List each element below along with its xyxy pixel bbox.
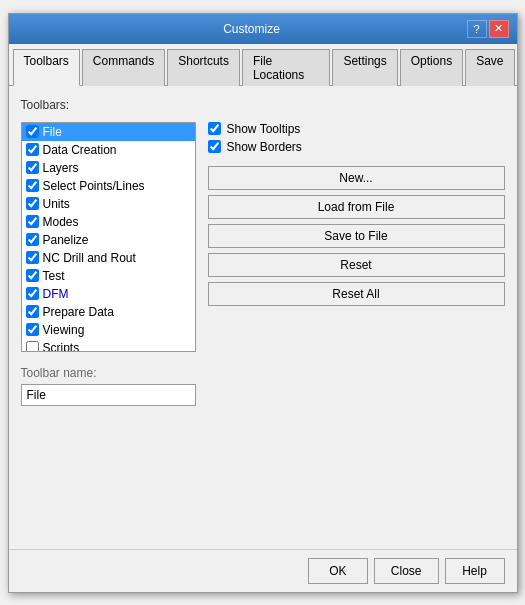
toolbar-item-label: NC Drill and Rout: [43, 251, 136, 265]
toolbar-checkbox-viewing[interactable]: [26, 323, 39, 336]
toolbar-checkbox-scripts[interactable]: [26, 341, 39, 352]
toolbar-name-section: Toolbar name:: [21, 366, 196, 406]
list-item[interactable]: Units: [22, 195, 195, 213]
toolbar-item-label: Viewing: [43, 323, 85, 337]
toolbar-item-label: Panelize: [43, 233, 89, 247]
toolbar-checkbox-nc-drill[interactable]: [26, 251, 39, 264]
list-item[interactable]: Panelize: [22, 231, 195, 249]
close-title-button[interactable]: ✕: [489, 20, 509, 38]
toolbar-item-label: DFM: [43, 287, 69, 301]
new-button[interactable]: New...: [208, 166, 505, 190]
right-panel: Show Tooltips Show Borders New... Load f…: [208, 122, 505, 537]
tab-save[interactable]: Save: [465, 49, 514, 86]
toolbar-checkbox-select-points[interactable]: [26, 179, 39, 192]
list-item[interactable]: Test: [22, 267, 195, 285]
tab-file-locations[interactable]: File Locations: [242, 49, 331, 86]
toolbar-item-label: Modes: [43, 215, 79, 229]
list-item[interactable]: File: [22, 123, 195, 141]
main-row: File Data Creation Layers Select Points/…: [21, 122, 505, 537]
list-item[interactable]: DFM: [22, 285, 195, 303]
show-tooltips-checkbox-label[interactable]: Show Tooltips: [208, 122, 505, 136]
toolbar-list[interactable]: File Data Creation Layers Select Points/…: [21, 122, 196, 352]
toolbar-checkbox-data-creation[interactable]: [26, 143, 39, 156]
list-item[interactable]: Scripts: [22, 339, 195, 352]
toolbar-item-label: Test: [43, 269, 65, 283]
toolbar-name-input[interactable]: [21, 384, 196, 406]
tab-bar: Toolbars Commands Shortcuts File Locatio…: [9, 44, 517, 86]
list-item[interactable]: Modes: [22, 213, 195, 231]
toolbar-item-label: Scripts: [43, 341, 80, 352]
show-tooltips-label: Show Tooltips: [227, 122, 301, 136]
tab-toolbars[interactable]: Toolbars: [13, 49, 80, 86]
list-item[interactable]: NC Drill and Rout: [22, 249, 195, 267]
tab-shortcuts[interactable]: Shortcuts: [167, 49, 240, 86]
show-tooltips-checkbox[interactable]: [208, 122, 221, 135]
list-item[interactable]: Select Points/Lines: [22, 177, 195, 195]
toolbar-checkbox-units[interactable]: [26, 197, 39, 210]
toolbar-item-label: Select Points/Lines: [43, 179, 145, 193]
list-item[interactable]: Viewing: [22, 321, 195, 339]
tab-commands[interactable]: Commands: [82, 49, 165, 86]
list-item[interactable]: Layers: [22, 159, 195, 177]
show-borders-checkbox-label[interactable]: Show Borders: [208, 140, 505, 154]
action-buttons: New... Load from File Save to File Reset…: [208, 166, 505, 306]
help-button[interactable]: Help: [445, 558, 505, 584]
bottom-bar: OK Close Help: [9, 549, 517, 592]
toolbars-label: Toolbars:: [21, 98, 505, 112]
close-button[interactable]: Close: [374, 558, 439, 584]
list-item[interactable]: Prepare Data: [22, 303, 195, 321]
show-borders-checkbox[interactable]: [208, 140, 221, 153]
toolbar-checkbox-panelize[interactable]: [26, 233, 39, 246]
toolbar-checkbox-dfm[interactable]: [26, 287, 39, 300]
toolbar-item-label: Units: [43, 197, 70, 211]
list-item[interactable]: Data Creation: [22, 141, 195, 159]
ok-button[interactable]: OK: [308, 558, 368, 584]
toolbar-name-label: Toolbar name:: [21, 366, 196, 380]
save-to-file-button[interactable]: Save to File: [208, 224, 505, 248]
reset-all-button[interactable]: Reset All: [208, 282, 505, 306]
help-title-button[interactable]: ?: [467, 20, 487, 38]
toolbar-item-label: Layers: [43, 161, 79, 175]
toolbar-checkbox-modes[interactable]: [26, 215, 39, 228]
toolbar-checkbox-test[interactable]: [26, 269, 39, 282]
customize-window: Customize ? ✕ Toolbars Commands Shortcut…: [8, 13, 518, 593]
title-controls: ? ✕: [467, 20, 509, 38]
toolbar-checkbox-layers[interactable]: [26, 161, 39, 174]
main-content: Toolbars: File Data Creation Layers: [9, 86, 517, 549]
load-from-file-button[interactable]: Load from File: [208, 195, 505, 219]
reset-button[interactable]: Reset: [208, 253, 505, 277]
title-bar: Customize ? ✕: [9, 14, 517, 44]
tab-options[interactable]: Options: [400, 49, 463, 86]
window-title: Customize: [37, 22, 467, 36]
toolbar-checkbox-prepare-data[interactable]: [26, 305, 39, 318]
toolbar-item-label: Prepare Data: [43, 305, 114, 319]
show-borders-label: Show Borders: [227, 140, 302, 154]
tab-settings[interactable]: Settings: [332, 49, 397, 86]
toolbar-item-label: File: [43, 125, 62, 139]
toolbar-item-label: Data Creation: [43, 143, 117, 157]
checkboxes-section: Show Tooltips Show Borders: [208, 122, 505, 154]
toolbar-checkbox-file[interactable]: [26, 125, 39, 138]
